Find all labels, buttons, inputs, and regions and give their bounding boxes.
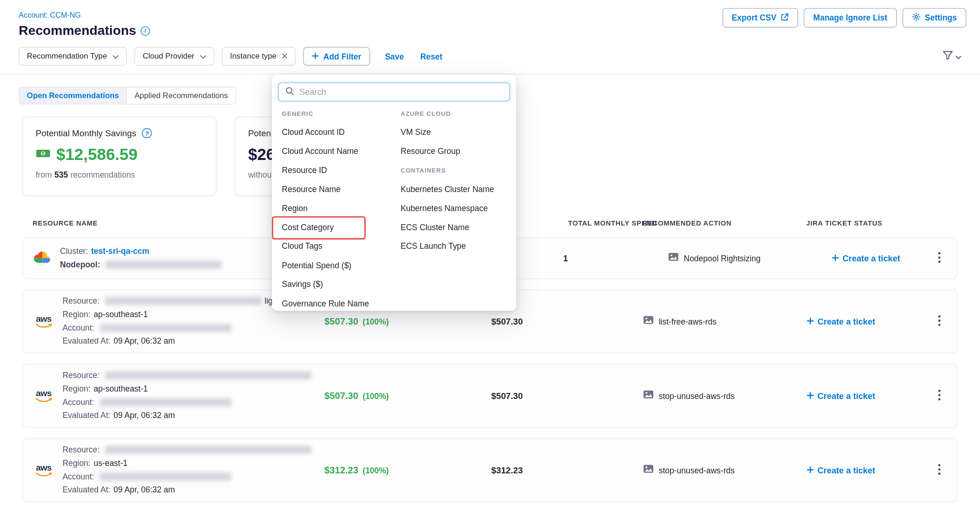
region-value: ap-southeast-1	[93, 308, 148, 321]
note-suffix: recommendations	[71, 170, 135, 179]
redacted-value	[100, 324, 231, 332]
filter-options-azure-containers: AZURE CLOUD VM Size Resource Group CONTA…	[401, 104, 513, 256]
partial-card-title: Poten	[248, 128, 271, 139]
create-ticket-link[interactable]: Create a ticket	[832, 254, 900, 263]
add-filter-dropdown: GENERIC Cloud Account ID Cloud Account N…	[272, 75, 516, 311]
search-icon	[285, 86, 294, 98]
plus-icon	[807, 392, 814, 401]
aws-icon: aws	[33, 389, 54, 402]
money-icon: $	[36, 148, 51, 161]
external-link-icon	[781, 13, 788, 23]
savings-percent: (100%)	[363, 466, 389, 475]
export-csv-button[interactable]: Export CSV	[722, 8, 798, 27]
svg-text:$: $	[42, 151, 45, 156]
filter-option-vm-size[interactable]: VM Size	[401, 123, 513, 142]
filter-chip-instance-type[interactable]: Instance type	[222, 47, 296, 66]
cluster-name-link[interactable]: test-sri-qa-ccm	[91, 245, 149, 258]
plus-icon	[832, 254, 839, 263]
add-filter-button[interactable]: Add Filter	[304, 47, 370, 66]
aws-icon: aws	[33, 464, 54, 477]
region-value: us-east-1	[93, 457, 127, 470]
redacted-value	[105, 372, 311, 379]
gear-icon	[912, 13, 920, 23]
section-generic: GENERIC	[282, 104, 400, 123]
filter-option-cost-category[interactable]: Cost Category	[282, 218, 400, 237]
table-row[interactable]: aws Resource: Region:ap-southeast-1 Acco…	[22, 364, 957, 427]
resource-label: Resource:	[62, 444, 99, 457]
redacted-value	[106, 261, 222, 269]
filter-option-potential-spend[interactable]: Potential Spend ($)	[282, 256, 400, 275]
close-icon[interactable]	[282, 52, 288, 61]
cluster-label: Cluster:	[60, 245, 88, 258]
evaluated-label: Evaluated At:	[62, 410, 110, 423]
image-icon	[668, 252, 679, 264]
create-ticket-label: Create a ticket	[817, 392, 875, 401]
filter-panel-toggle[interactable]	[942, 50, 961, 62]
settings-button[interactable]: Settings	[902, 8, 967, 27]
tab-applied-recommendations[interactable]: Applied Recommendations	[127, 87, 235, 104]
help-icon[interactable]: ?	[142, 128, 152, 139]
filter-option-resource-id[interactable]: Resource ID	[282, 161, 400, 180]
account-label: Account:	[62, 396, 94, 409]
chip-label: Instance type	[230, 52, 277, 61]
filter-option-resource-name[interactable]: Resource Name	[282, 180, 400, 199]
filter-option-cloud-tags[interactable]: Cloud Tags	[282, 237, 400, 256]
evaluated-label: Evaluated At:	[62, 484, 110, 497]
evaluated-value: 09 Apr, 06:32 am	[113, 335, 175, 348]
filter-option-resource-group[interactable]: Resource Group	[401, 142, 513, 161]
filter-option-kubernetes-cluster-name[interactable]: Kubernetes Cluster Name	[401, 180, 513, 199]
filter-chip-recommendation-type[interactable]: Recommendation Type	[19, 47, 127, 66]
filter-option-ecs-cluster-name[interactable]: ECS Cluster Name	[401, 218, 513, 237]
savings-card-value: $12,586.59	[56, 145, 138, 165]
kebab-menu-icon[interactable]	[936, 249, 943, 267]
chevron-down-icon	[200, 52, 206, 61]
save-filter-link[interactable]: Save	[385, 52, 404, 61]
reset-filter-link[interactable]: Reset	[420, 52, 443, 61]
savings-card-note: from 535 recommendations	[36, 170, 203, 179]
account-label: Account:	[62, 471, 94, 484]
evaluated-label: Evaluated At:	[62, 335, 110, 348]
recommended-action-label: list-free-aws-rds	[659, 317, 716, 326]
redacted-value	[100, 398, 231, 406]
create-ticket-link[interactable]: Create a ticket	[807, 466, 875, 475]
manage-ignore-list-button[interactable]: Manage Ignore List	[804, 8, 897, 27]
table-row[interactable]: aws Resource: Region:us-east-1 Account: …	[22, 438, 957, 502]
kebab-menu-icon[interactable]	[936, 461, 943, 479]
create-ticket-label: Create a ticket	[817, 466, 875, 475]
create-ticket-label: Create a ticket	[817, 317, 875, 326]
filter-option-cloud-account-name[interactable]: Cloud Account Name	[282, 142, 400, 161]
kebab-menu-icon[interactable]	[936, 387, 943, 405]
info-icon[interactable]: i	[140, 26, 150, 35]
filter-bar: Recommendation Type Cloud Provider Insta…	[0, 38, 980, 74]
filter-option-region[interactable]: Region	[282, 199, 400, 218]
filter-option-cloud-account-id[interactable]: Cloud Account ID	[282, 123, 400, 142]
search-input[interactable]	[299, 87, 503, 97]
add-filter-label: Add Filter	[324, 52, 362, 61]
filter-option-savings[interactable]: Savings ($)	[282, 275, 400, 294]
export-csv-label: Export CSV	[732, 13, 776, 22]
resource-label: Resource:	[62, 295, 99, 308]
recommended-action-label: stop-unused-aws-rds	[659, 465, 735, 475]
kebab-menu-icon[interactable]	[936, 312, 943, 331]
tab-open-recommendations[interactable]: Open Recommendations	[20, 87, 127, 104]
filter-option-governance-rule-name[interactable]: Governance Rule Name	[282, 294, 400, 311]
partial-card-note: without	[248, 170, 274, 179]
image-icon	[643, 465, 654, 476]
partial-card-value: $26	[248, 145, 275, 165]
account-breadcrumb[interactable]: Account: CCM-NG	[19, 11, 81, 20]
create-ticket-label: Create a ticket	[842, 254, 900, 263]
chip-label: Recommendation Type	[27, 52, 107, 61]
help-glyph: ?	[145, 130, 149, 137]
create-ticket-link[interactable]: Create a ticket	[807, 392, 875, 401]
header-recommended-action: RECOMMENDED ACTION	[537, 219, 725, 227]
note-count: 535	[54, 170, 68, 179]
filter-option-kubernetes-namespace[interactable]: Kubernetes Namespace	[401, 199, 513, 218]
savings-percent: (100%)	[363, 392, 389, 401]
filter-icon	[942, 50, 953, 62]
filter-chip-cloud-provider[interactable]: Cloud Provider	[134, 47, 214, 66]
create-ticket-link[interactable]: Create a ticket	[807, 317, 875, 326]
monthly-savings-value: $507.30	[324, 390, 358, 401]
recommendations-tabs: Open Recommendations Applied Recommendat…	[19, 87, 236, 105]
filter-option-ecs-launch-type[interactable]: ECS Launch Type	[401, 237, 513, 256]
monthly-savings-value: $312.23	[324, 465, 358, 475]
